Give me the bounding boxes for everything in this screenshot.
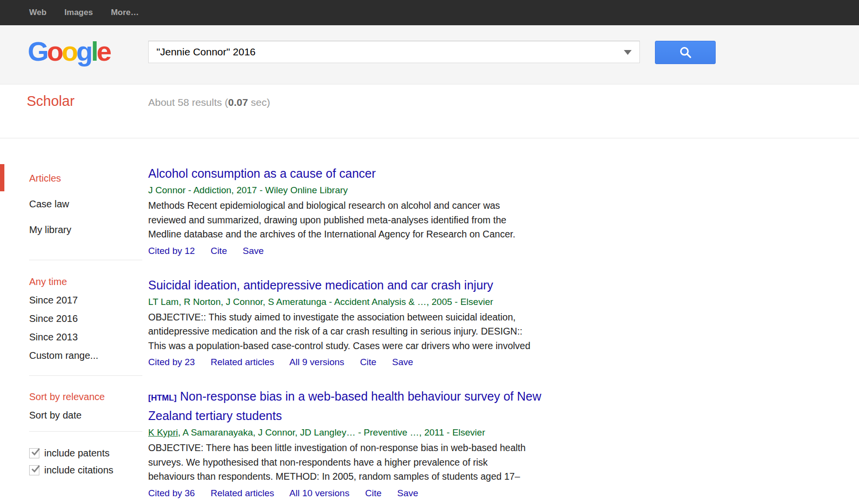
filter-custom-range[interactable]: Custom range...	[29, 350, 148, 361]
include-patents-checkbox[interactable]	[29, 448, 39, 458]
related-articles-link[interactable]: Related articles	[210, 357, 274, 367]
save-link[interactable]: Save	[392, 357, 413, 367]
cited-by-link[interactable]: Cited by 23	[148, 357, 195, 367]
sidebar-divider	[29, 260, 142, 260]
checkmark-icon	[30, 464, 41, 474]
google-logo[interactable]: Google	[28, 38, 110, 65]
search-dropdown-arrow-icon[interactable]	[624, 50, 632, 55]
result-item: Alcohol consumption as a cause of cancer…	[148, 165, 653, 257]
search-icon	[679, 46, 692, 59]
filter-since-2017[interactable]: Since 2017	[29, 295, 148, 306]
include-patents-label: include patents	[44, 448, 110, 459]
topnav-images[interactable]: Images	[65, 8, 93, 17]
author-profile-link[interactable]: K Kypri	[148, 427, 178, 437]
sidebar-divider	[29, 431, 142, 432]
sidebar-item-articles[interactable]: Articles	[29, 173, 148, 184]
related-articles-link[interactable]: Related articles	[210, 488, 274, 498]
result-snippet: Methods Recent epidemiological and biolo…	[148, 199, 653, 242]
include-citations-option[interactable]: include citations	[29, 465, 148, 476]
main-content: Articles Case law My library Any time Si…	[0, 138, 859, 504]
sort-by-relevance[interactable]: Sort by relevance	[29, 391, 148, 403]
cite-link[interactable]: Cite	[365, 488, 381, 498]
search-button[interactable]	[655, 41, 716, 64]
result-authors-line: LT Lam, R Norton, J Connor, S Ameratunga…	[148, 296, 653, 308]
filter-since-2016[interactable]: Since 2016	[29, 313, 148, 324]
result-item: [HTML]Non-response bias in a web-based h…	[148, 387, 653, 499]
result-actions: Cited by 23 Related articles All 9 versi…	[148, 356, 653, 368]
cited-by-link[interactable]: Cited by 36	[148, 488, 195, 498]
cite-link[interactable]: Cite	[360, 357, 377, 367]
include-citations-label: include citations	[44, 465, 113, 476]
sidebar-filters: Articles Case law My library Any time Si…	[0, 138, 148, 504]
result-authors-line: J Connor - Addiction, 2017 - Wiley Onlin…	[148, 185, 653, 196]
cited-by-link[interactable]: Cited by 12	[148, 246, 195, 256]
sort-by-date[interactable]: Sort by date	[29, 410, 148, 421]
filter-any-time[interactable]: Any time	[29, 276, 148, 287]
cite-link[interactable]: Cite	[210, 246, 227, 256]
search-header: Google	[0, 25, 859, 84]
search-input[interactable]	[148, 41, 640, 63]
checkmark-icon	[30, 447, 41, 457]
save-link[interactable]: Save	[397, 488, 418, 498]
include-patents-option[interactable]: include patents	[29, 448, 148, 459]
top-navigation-bar: Web Images More…	[0, 0, 859, 25]
filter-since-2013[interactable]: Since 2013	[29, 332, 148, 343]
results-stats: About 58 results (0.07 sec)	[148, 97, 270, 108]
results-header: Scholar About 58 results (0.07 sec)	[0, 84, 859, 138]
result-item: Suicidal ideation, antidepressive medica…	[148, 276, 653, 369]
topnav-web[interactable]: Web	[29, 8, 47, 17]
results-list: Alcohol consumption as a cause of cancer…	[148, 138, 653, 504]
result-actions: Cited by 36 Related articles All 10 vers…	[148, 487, 653, 499]
save-link[interactable]: Save	[242, 246, 263, 256]
html-format-badge: [HTML]	[148, 393, 177, 403]
result-snippet: OBJECTIVE: There has been little investi…	[148, 441, 653, 484]
result-authors-line: K Kypri, A Samaranayaka, J Connor, JD La…	[148, 427, 653, 438]
all-versions-link[interactable]: All 10 versions	[290, 488, 350, 498]
all-versions-link[interactable]: All 9 versions	[290, 357, 344, 367]
result-title-link[interactable]: Suicidal ideation, antidepressive medica…	[148, 276, 653, 294]
search-box	[148, 41, 640, 63]
topnav-more[interactable]: More…	[111, 8, 139, 17]
active-filter-indicator	[0, 164, 4, 191]
sidebar-item-my-library[interactable]: My library	[29, 224, 148, 235]
scholar-brand-link[interactable]: Scholar	[27, 93, 74, 109]
result-snippet: OBJECTIVE:: This study aimed to investig…	[148, 310, 653, 353]
include-citations-checkbox[interactable]	[29, 465, 39, 475]
sidebar-item-case-law[interactable]: Case law	[29, 199, 148, 210]
result-title-link[interactable]: Alcohol consumption as a cause of cancer	[148, 165, 653, 182]
result-actions: Cited by 12 Cite Save	[148, 245, 653, 257]
sidebar-divider	[29, 375, 142, 376]
result-title-link[interactable]: [HTML]Non-response bias in a web-based h…	[148, 387, 653, 424]
